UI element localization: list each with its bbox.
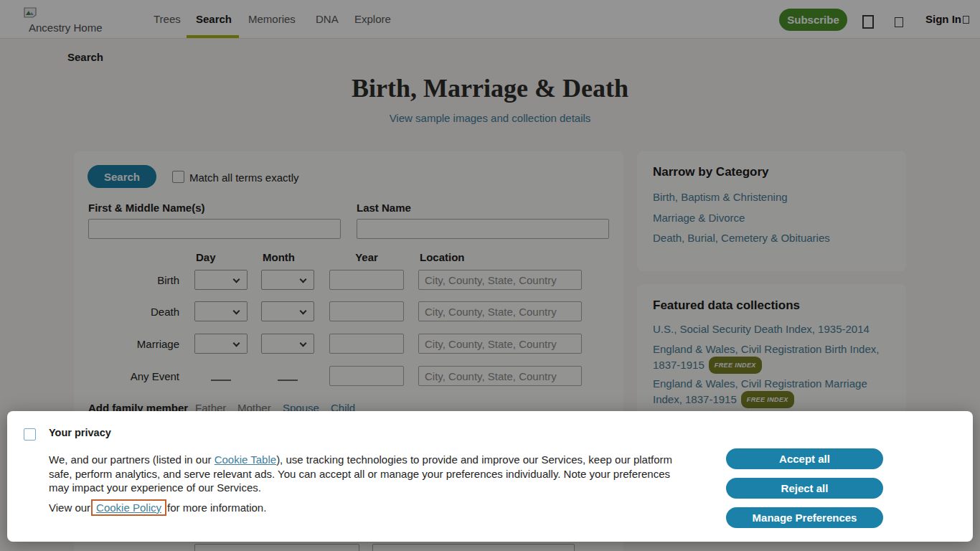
view-text-after: for more information. (167, 501, 266, 514)
cookie-table-link[interactable]: Cookie Table (215, 453, 276, 466)
view-text-before: View our (49, 501, 90, 514)
accept-all-button[interactable]: Accept all (726, 448, 883, 469)
cookie-text-before: We, and our partners (listed in our (49, 453, 215, 466)
cookie-policy-focus-box: Cookie Policy (91, 499, 166, 516)
cookie-policy-line: View ourCookie Policyfor more informatio… (49, 499, 266, 516)
privacy-logo-placeholder-icon (24, 428, 36, 441)
cookie-policy-link[interactable]: Cookie Policy (96, 501, 161, 514)
manage-preferences-button[interactable]: Manage Preferences (726, 507, 883, 528)
cookie-banner-title: Your privacy (49, 427, 111, 438)
reject-all-button[interactable]: Reject all (726, 478, 883, 499)
cookie-consent-banner: Your privacy We, and our partners (liste… (7, 411, 973, 542)
cookie-banner-text: We, and our partners (listed in our Cook… (49, 453, 686, 495)
